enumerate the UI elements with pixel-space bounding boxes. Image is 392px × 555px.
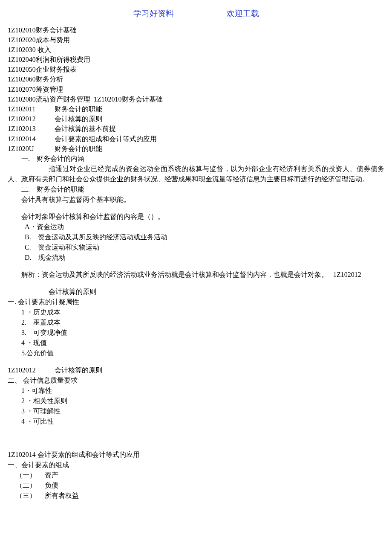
question-stem: 会计对象即会计核算和会计监督的内容是（）。 — [8, 212, 384, 222]
principle2-code-line: 1Z102012会计核算的原则 — [8, 365, 384, 375]
section-1-para: 指通过对企业已经完成的资金运动全面系统的核算与监督，以为外部企业有经济利害关系的… — [8, 164, 384, 184]
list-item: 4 ・可比性 — [8, 416, 384, 427]
section-2-line: 会计具有核算与监督两个基本职能。 — [8, 195, 384, 205]
list-item: 4 ・现值 — [8, 338, 384, 348]
toc-item-last: 1Z102080流动资产财务管理 1Z102010财务会计基础 — [8, 94, 384, 104]
toc-block: 1Z102010财务会计基础 1Z102020成本与费用 1Z102030 收入… — [8, 25, 384, 154]
header-left: 学习好资料 — [133, 8, 174, 20]
question-option: D. 现金流动 — [8, 253, 384, 263]
list-item: 1・可靠性 — [8, 386, 384, 396]
toc-item: 1Z102060财务分析 — [8, 74, 384, 84]
list-item: （一） 资产 — [8, 470, 384, 480]
section-1-heading: 一. 财务会计的内涵 — [8, 154, 384, 164]
toc-item: 1Z102040利润和所得税费用 — [8, 55, 384, 64]
list-item: （三） 所有者权益 — [8, 491, 384, 501]
list-item: 2 ・相关性原则 — [8, 396, 384, 406]
sub-item: 1Z1020U财务会计的职能 — [8, 144, 384, 154]
sub-item: 1Z102013会计核算的基本前提 — [8, 124, 384, 134]
toc-item: 1Z102070筹资管理 — [8, 84, 384, 94]
toc-item: 1Z102030 收入 — [8, 45, 384, 55]
question-option: C. 资金运动和实物运动 — [8, 242, 384, 253]
question-option: B. 资金运动及其所反映的经济活动或业务活动 — [8, 232, 384, 242]
sub-item: 1Z102012会计核算的原则 — [8, 114, 384, 124]
toc-item: 1Z102020成本与费用 — [8, 35, 384, 45]
question-option: A・资金运动 — [8, 222, 384, 232]
toc-item: 1Z102010财务会计基础 — [8, 25, 384, 35]
principle2-heading: 二、 会计信息质量要求 — [8, 375, 384, 386]
list-item: 2. 巫置成本 — [8, 317, 384, 328]
list-item: 3 ・可理解性 — [8, 406, 384, 416]
question-analysis: 解析：资金运动及其所反映的经济活动或业务活动就是会计核算和会计监督的内容，也就是… — [8, 270, 384, 280]
section14-head: 1Z102014 会计要素的组成和会计等式的应用 — [8, 450, 384, 460]
list-item: 3. 可变现净值 — [8, 328, 384, 338]
toc-item: 1Z102050企业财务报表 — [8, 64, 384, 74]
list-item: （二） 负债 — [8, 480, 384, 491]
sub-item: 1Z102014会计要素的组成和会计等式的应用 — [8, 134, 384, 144]
principle-title: 会计核算的原则 — [8, 287, 384, 297]
header-right: 欢迎工载 — [227, 8, 259, 20]
sub-item: 1Z102011财务会计的职能 — [8, 104, 384, 114]
section-2-heading: 二. 财务会计的职能 — [8, 184, 384, 195]
list-item: 5.公允价值 — [8, 348, 384, 358]
list-item: 1 ・历史成本 — [8, 307, 384, 317]
principle-heading: 一. 会计要素的计疑属性 — [8, 297, 384, 307]
page-header: 学习好资料 欢迎工载 — [8, 8, 384, 20]
section14-heading: 一、会计要素的组成 — [8, 460, 384, 470]
